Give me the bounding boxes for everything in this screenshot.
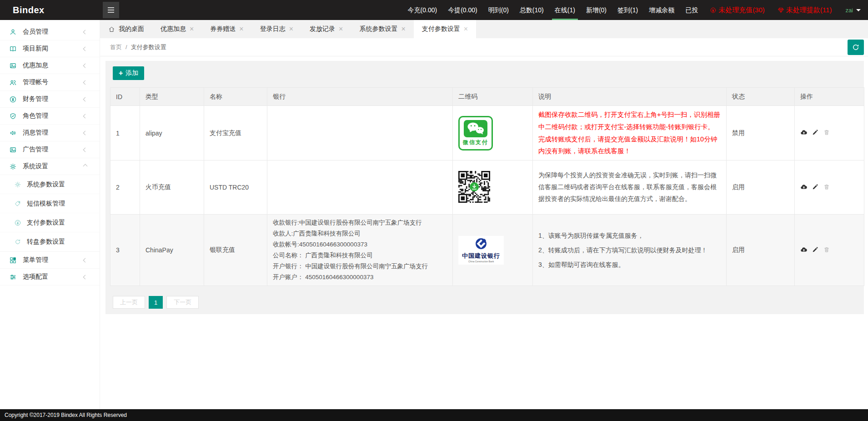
cell-description: 1、该账号为朕玥传媒专属充值服务，2、转账成功后，请在下方填写汇款说明以便财务及… [533, 215, 727, 286]
footer: Copyright ©2017-2019 Bindex All Rights R… [0, 409, 868, 421]
cell-actions [795, 106, 864, 160]
tab-close-icon[interactable]: × [339, 25, 343, 33]
image-icon [9, 146, 17, 154]
prev-page-button[interactable]: 上一页 [113, 296, 145, 309]
tab-close-icon[interactable]: × [239, 25, 243, 33]
gear-icon [14, 181, 21, 188]
table-row: 2火币充值USTD TRC20为保障每个投资人的投资资金准确无误，实时到账，请扫… [110, 160, 864, 215]
sidebar-subitem[interactable]: 短信模板管理 [0, 194, 100, 213]
tabbar: 我的桌面优惠加息×券券赠送×登录日志×发放记录×系统参数设置×支付参数设置× [100, 20, 868, 38]
chevron-left-icon [83, 46, 88, 51]
cell-qrcode: 微信支付 [453, 106, 533, 160]
breadcrumb-current: 支付参数设置 [131, 43, 166, 51]
sidebar-item[interactable]: 选项配置 [0, 269, 100, 286]
tab-我的桌面[interactable]: 我的桌面 [100, 20, 152, 38]
delete-action-button[interactable] [823, 246, 830, 255]
users-icon [9, 79, 17, 86]
tab-登录日志[interactable]: 登录日志× [252, 20, 301, 38]
navbar-stat[interactable]: 总数(10) [514, 0, 549, 20]
sidebar-subitem[interactable]: 系统参数设置 [0, 175, 100, 194]
yen-circle-icon [9, 95, 17, 103]
shield-check-icon [9, 112, 17, 120]
navbar-stat-label: 增减余额 [649, 6, 674, 14]
tab-发放记录[interactable]: 发放记录× [301, 20, 351, 38]
tab-close-icon[interactable]: × [464, 25, 468, 33]
cell-actions [795, 160, 864, 215]
next-page-button[interactable]: 下一页 [166, 296, 199, 309]
tab-close-icon[interactable]: × [190, 25, 194, 33]
chevron-left-icon [83, 147, 88, 152]
home-icon [108, 26, 115, 33]
breadcrumb-home[interactable]: 首页 [110, 43, 122, 51]
navbar-stat[interactable]: 签到(1) [612, 0, 643, 20]
description-line: 完成转账或支付后，请提交充值金额以及汇款说明！如10分钟内没有到账，请联系在线客… [538, 133, 721, 158]
edit-action-button[interactable] [812, 129, 819, 137]
navbar-stat[interactable]: 今充(0.00) [402, 0, 443, 20]
add-button[interactable]: + 添加 [113, 66, 144, 80]
sidebar-item[interactable]: 项目新闻 [0, 40, 100, 57]
pagination: 上一页 1 下一页 [113, 296, 859, 309]
tab-支付参数设置[interactable]: 支付参数设置× [414, 20, 476, 38]
sidebar-item[interactable]: 角色管理 [0, 108, 100, 125]
sidebar-item[interactable]: 财务管理 [0, 91, 100, 108]
sidebar-item[interactable]: 菜单管理 [0, 252, 100, 269]
sidebar-item-label: 财务管理 [23, 95, 48, 103]
delete-action-button[interactable] [823, 129, 830, 137]
tab-close-icon[interactable]: × [401, 25, 405, 33]
delete-action-button[interactable] [823, 183, 830, 192]
edit-action-button[interactable] [812, 183, 819, 192]
upload-action-button[interactable] [800, 129, 808, 137]
column-header: 名称 [204, 88, 267, 106]
tab-label: 我的桌面 [119, 25, 144, 33]
navbar-stat[interactable]: 在线(1) [549, 0, 581, 20]
navbar-stat[interactable]: 增减余额 [643, 0, 680, 20]
sidebar-item[interactable]: 消息管理 [0, 125, 100, 141]
cell-bank: 收款银行:中国建设银行股份有限公司南宁五象广场支行收款人:广西贵隆和科技有限公司… [267, 215, 453, 286]
chevron-left-icon [83, 97, 88, 101]
sidebar-item-label: 优惠加息 [23, 61, 48, 70]
tab-close-icon[interactable]: × [289, 25, 293, 33]
user-menu[interactable]: zai [838, 7, 868, 14]
tab-label: 发放记录 [310, 25, 335, 33]
sliders-icon [9, 273, 17, 281]
sidebar-item[interactable]: 广告管理 [0, 141, 100, 158]
chevron-left-icon [83, 275, 88, 279]
menu-toggle-button[interactable] [103, 2, 119, 18]
navbar-alert[interactable]: 未处理提款(11) [771, 0, 838, 20]
yen-circle-icon [14, 219, 21, 226]
sidebar-item-label: 广告管理 [23, 145, 48, 154]
sidebar-item[interactable]: 管理帐号 [0, 74, 100, 91]
brand-logo[interactable]: Bindex [0, 5, 100, 15]
column-header: 说明 [533, 88, 727, 106]
navbar-menu: 今充(0.00)今提(0.00)明到(0)总数(10)在线(1)新增(0)签到(… [402, 0, 868, 20]
sidebar-subitem[interactable]: 支付参数设置 [0, 213, 100, 232]
sidebar-subitem-label: 短信模板管理 [27, 200, 65, 208]
caret-down-icon [856, 9, 861, 14]
sidebar-subitem[interactable]: 转盘参数设置 [0, 232, 100, 251]
tab-券券赠送[interactable]: 券券赠送× [202, 20, 251, 38]
edit-action-button[interactable] [812, 246, 819, 255]
cell-qrcode [453, 160, 533, 215]
navbar-alert-label: 未处理充值(30) [718, 6, 765, 15]
navbar-stat[interactable]: 已投 [680, 0, 703, 20]
table-header-row: ID类型名称银行二维码说明状态操作 [110, 88, 864, 106]
chevron-left-icon [83, 114, 88, 118]
navbar-stat[interactable]: 明到(0) [483, 0, 514, 20]
tab-优惠加息[interactable]: 优惠加息× [152, 20, 202, 38]
column-header: 状态 [727, 88, 795, 106]
page-1-button[interactable]: 1 [149, 296, 163, 309]
sidebar-item[interactable]: 系统设置 [0, 158, 100, 175]
cell-bank [267, 160, 453, 215]
navbar-stat[interactable]: 新增(0) [581, 0, 612, 20]
navbar-alert[interactable]: 未处理充值(30) [703, 0, 771, 20]
sidebar-item[interactable]: 优惠加息 [0, 57, 100, 74]
upload-action-button[interactable] [800, 183, 808, 192]
cell-name: 支付宝充值 [204, 106, 267, 160]
navbar-stat[interactable]: 今提(0.00) [442, 0, 483, 20]
ccb-name-cn: 中国建设银行 [462, 252, 500, 260]
refresh-button[interactable] [848, 40, 864, 55]
upload-action-button[interactable] [800, 246, 808, 255]
sidebar-item[interactable]: 会员管理 [0, 24, 100, 40]
tab-系统参数设置[interactable]: 系统参数设置× [351, 20, 413, 38]
cell-status: 启用 [727, 160, 795, 215]
